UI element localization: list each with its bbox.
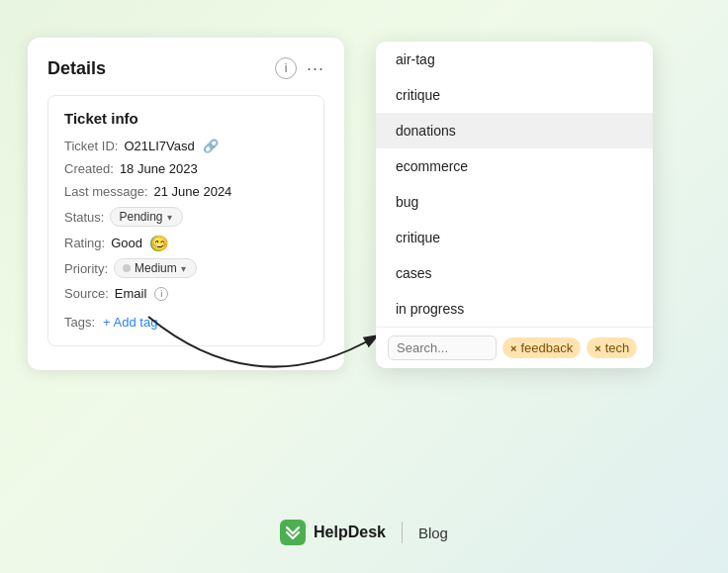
dropdown-item-airtag[interactable]: air-tag <box>376 42 653 77</box>
footer: HelpDesk Blog <box>0 520 728 545</box>
last-message-value: 21 June 2024 <box>154 184 232 199</box>
status-value: Pending <box>119 210 162 224</box>
tags-section: Tags: + Add tag <box>64 315 308 330</box>
dropdown-search-area: × feedback × tech <box>376 327 653 368</box>
details-header-icons: i ··· <box>275 57 324 79</box>
details-header: Details i ··· <box>47 57 324 79</box>
dropdown-item-cases[interactable]: cases <box>376 255 653 291</box>
source-info-icon[interactable]: i <box>154 287 168 301</box>
feedback-tag-label: feedback <box>520 340 573 355</box>
rating-value: Good <box>111 236 142 250</box>
ticket-id-label: Ticket ID: <box>64 139 118 153</box>
more-options-icon[interactable]: ··· <box>307 58 324 79</box>
dropdown-item-critique2[interactable]: critique <box>376 220 653 255</box>
footer-divider <box>402 522 403 543</box>
created-row: Created: 18 June 2023 <box>64 161 308 176</box>
source-row: Source: Email i <box>64 286 308 301</box>
footer-blog-link[interactable]: Blog <box>418 525 448 541</box>
add-tag-button[interactable]: + Add tag <box>103 315 157 330</box>
ticket-info-title: Ticket info <box>64 110 308 127</box>
details-card: Details i ··· Ticket info Ticket ID: O21… <box>28 38 344 370</box>
feedback-tag-chip[interactable]: × feedback <box>502 337 581 358</box>
tags-label: Tags: <box>64 315 95 330</box>
feedback-tag-remove-icon[interactable]: × <box>510 342 516 354</box>
dropdown-item-critique1[interactable]: critique <box>376 77 653 113</box>
rating-label: Rating: <box>64 236 105 250</box>
created-label: Created: <box>64 161 114 176</box>
dropdown-item-donations[interactable]: donations <box>376 113 653 148</box>
created-value: 18 June 2023 <box>120 161 198 176</box>
priority-dot-icon <box>123 264 131 272</box>
dropdown-panel: air-tag critique donations ecommerce bug… <box>376 42 653 368</box>
status-badge[interactable]: Pending <box>110 207 182 227</box>
link-icon[interactable]: 🔗 <box>203 139 219 153</box>
rating-row: Rating: Good 😊 <box>64 235 308 250</box>
tech-tag-label: tech <box>605 340 630 355</box>
priority-row: Priority: Medium <box>64 258 308 278</box>
status-row: Status: Pending <box>64 207 308 227</box>
helpdesk-logo-icon <box>280 520 306 545</box>
priority-badge[interactable]: Medium <box>114 258 197 278</box>
status-label: Status: <box>64 210 104 225</box>
dropdown-item-inprogress[interactable]: in progress <box>376 291 653 327</box>
tech-tag-remove-icon[interactable]: × <box>594 342 600 354</box>
priority-label: Priority: <box>64 261 108 276</box>
source-label: Source: <box>64 286 109 301</box>
details-title: Details <box>47 58 106 79</box>
footer-logo: HelpDesk <box>280 520 386 545</box>
last-message-label: Last message: <box>64 184 148 199</box>
dropdown-item-bug[interactable]: bug <box>376 184 653 220</box>
dropdown-item-ecommerce[interactable]: ecommerce <box>376 148 653 184</box>
ticket-id-row: Ticket ID: O21LI7Vasd 🔗 <box>64 139 308 153</box>
source-value: Email <box>115 286 147 301</box>
rating-smiley-icon: 😊 <box>150 236 166 251</box>
last-message-row: Last message: 21 June 2024 <box>64 184 308 199</box>
priority-value: Medium <box>135 261 177 275</box>
ticket-id-value: O21LI7Vasd <box>124 139 194 153</box>
info-icon[interactable]: i <box>275 57 297 79</box>
dropdown-search-input[interactable] <box>388 335 497 360</box>
ticket-info-box: Ticket info Ticket ID: O21LI7Vasd 🔗 Crea… <box>47 95 324 346</box>
tech-tag-chip[interactable]: × tech <box>587 337 637 358</box>
brand-name: HelpDesk <box>314 524 386 541</box>
